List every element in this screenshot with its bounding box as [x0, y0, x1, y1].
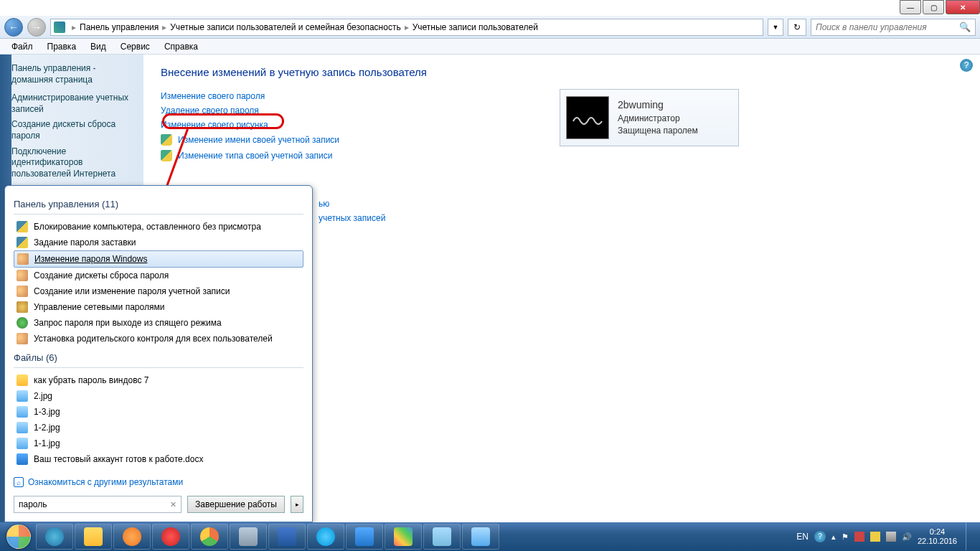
volume-icon[interactable]: 🔊: [902, 532, 912, 542]
menu-bar: Файл Правка Вид Сервис Справка: [0, 39, 980, 55]
menu-edit[interactable]: Правка: [42, 40, 83, 53]
breadcrumb[interactable]: Учетные записи пользователей: [413, 22, 538, 32]
task-link[interactable]: Удаление своего пароля: [161, 105, 259, 116]
start-result-item[interactable]: Создание или изменение пароля учетной за…: [14, 283, 303, 299]
maximize-button[interactable]: ▢: [923, 0, 944, 14]
control-panel-icon: [54, 22, 65, 33]
search-input[interactable]: [816, 22, 959, 32]
sidebar-header[interactable]: Панель управления - домашняя страница: [11, 63, 136, 85]
avatar: [566, 96, 609, 139]
start-result-label: Установка родительского контроля для все…: [34, 334, 273, 344]
tray-arrow-icon[interactable]: ▴: [831, 532, 836, 542]
help-icon[interactable]: ?: [960, 59, 973, 72]
tray-icon[interactable]: [854, 532, 864, 542]
start-search-field[interactable]: ✕: [14, 496, 182, 513]
taskbar-wmp[interactable]: [113, 524, 151, 550]
show-desktop-button[interactable]: [966, 523, 973, 550]
start-menu-bottom: ✕ Завершение работы ▸: [14, 489, 303, 513]
start-result-item[interactable]: Запрос пароля при выходе из спящего режи…: [14, 315, 303, 331]
start-result-item[interactable]: Блокирование компьютера, оставленного бе…: [14, 219, 303, 235]
start-result-item[interactable]: Создание дискеты сброса пароля: [14, 268, 303, 283]
start-file-label: 1-1.jpg: [34, 438, 60, 448]
search-icon[interactable]: 🔍: [959, 22, 971, 32]
shutdown-button[interactable]: Завершение работы: [187, 496, 285, 513]
task-link[interactable]: ью: [319, 199, 329, 209]
taskbar-skype[interactable]: [307, 524, 344, 550]
taskbar-app[interactable]: [230, 524, 267, 550]
taskbar-opera[interactable]: [152, 524, 189, 550]
divider: [14, 214, 303, 215]
language-indicator[interactable]: EN: [796, 532, 809, 542]
shutdown-menu-arrow[interactable]: ▸: [291, 496, 303, 513]
shield-icon: [17, 237, 28, 248]
sidebar-item[interactable]: Администрирование учетных записей: [11, 93, 136, 115]
start-result-item[interactable]: Задание пароля заставки: [14, 235, 303, 250]
page-title: Внесение изменений в учетную запись поль…: [161, 66, 963, 78]
taskbar-pictures[interactable]: [462, 524, 499, 550]
menu-file[interactable]: Файл: [6, 40, 39, 53]
start-file-label: 2.jpg: [34, 391, 52, 401]
start-file-item[interactable]: 1-3.jpg: [14, 404, 303, 420]
sidebar-item[interactable]: Подключение идентификаторов пользователе…: [11, 146, 136, 180]
task-link[interactable]: Изменение типа своей учетной записи: [178, 151, 332, 161]
menu-tools[interactable]: Сервис: [115, 40, 156, 53]
start-result-label: Создание или изменение пароля учетной за…: [34, 286, 230, 296]
breadcrumb[interactable]: Учетные записи пользователей и семейная …: [170, 22, 400, 32]
taskbar-explorer[interactable]: [75, 524, 112, 550]
start-button[interactable]: [3, 524, 34, 550]
start-file-label: 1-2.jpg: [34, 423, 60, 433]
task-link[interactable]: Изменение своего рисунка: [161, 120, 268, 130]
start-result-item[interactable]: Управление сетевыми паролями: [14, 299, 303, 315]
address-dropdown[interactable]: ▼: [768, 19, 783, 36]
breadcrumb[interactable]: Панель управления: [80, 22, 159, 32]
taskbar-paint[interactable]: [385, 524, 422, 550]
minimize-button[interactable]: —: [900, 0, 921, 14]
task-link[interactable]: Изменение имени своей учетной записи: [178, 135, 339, 145]
task-item: Изменение типа своей учетной записи: [161, 150, 963, 161]
back-button[interactable]: ←: [4, 18, 23, 37]
taskbar-save[interactable]: [268, 524, 306, 550]
taskbar-word[interactable]: [346, 524, 383, 550]
forward-button[interactable]: →: [27, 18, 46, 37]
taskbar-folder[interactable]: [423, 524, 461, 550]
task-link[interactable]: Изменение своего пароля: [161, 91, 265, 101]
address-bar[interactable]: ▸ Панель управления ▸ Учетные записи пол…: [50, 19, 763, 36]
start-file-item[interactable]: как убрать пароль виндовс 7: [14, 372, 303, 388]
start-file-item[interactable]: 2.jpg: [14, 388, 303, 404]
clock[interactable]: 0:24 22.10.2016: [918, 527, 957, 546]
taskbar: EN ? ▴ ⚑ 🔊 0:24 22.10.2016: [0, 522, 980, 551]
doc-icon: [17, 453, 28, 465]
user-name: 2bwuming: [618, 98, 698, 113]
close-button[interactable]: ✕: [946, 0, 980, 14]
refresh-button[interactable]: ↻: [788, 19, 806, 36]
task-item-partial: учетных записей: [319, 213, 963, 223]
tray-icon[interactable]: [870, 532, 880, 542]
help-tray-icon[interactable]: ?: [814, 531, 826, 542]
start-file-item[interactable]: Ваш тестовый аккаунт готов к работе.docx: [14, 451, 303, 467]
start-file-item[interactable]: 1-2.jpg: [14, 420, 303, 435]
sidebar-item[interactable]: Создание дискеты сброса пароля: [11, 119, 136, 141]
chrome-icon: [200, 527, 219, 546]
task-link[interactable]: учетных записей: [319, 213, 385, 223]
action-center-icon[interactable]: ⚑: [842, 532, 849, 542]
taskbar-chrome[interactable]: [191, 524, 228, 550]
skype-icon: [316, 527, 335, 546]
search-box[interactable]: 🔍: [811, 19, 976, 36]
start-result-item[interactable]: Изменение пароля Windows: [14, 250, 303, 268]
more-results-link[interactable]: Ознакомиться с другими результатами: [28, 477, 183, 487]
picture-icon: [471, 527, 490, 546]
start-file-item[interactable]: 1-1.jpg: [14, 435, 303, 451]
start-result-label: Создание дискеты сброса пароля: [34, 270, 169, 281]
date: 22.10.2016: [918, 537, 957, 546]
clear-search-icon[interactable]: ✕: [170, 500, 176, 509]
floppy-icon: [278, 527, 296, 546]
users-icon: [17, 270, 28, 281]
network-icon[interactable]: [886, 532, 896, 542]
menu-help[interactable]: Справка: [159, 40, 204, 53]
net-icon: [17, 301, 28, 313]
start-result-item[interactable]: Установка родительского контроля для все…: [14, 331, 303, 347]
word-icon: [355, 527, 374, 546]
menu-view[interactable]: Вид: [85, 40, 112, 53]
start-search-input[interactable]: [19, 499, 170, 509]
taskbar-ie[interactable]: [36, 524, 73, 550]
